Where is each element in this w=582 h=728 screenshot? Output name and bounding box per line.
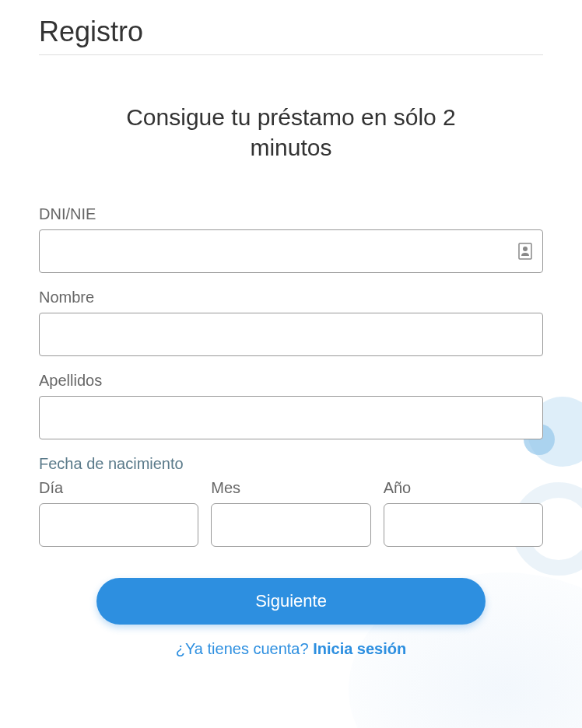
dni-label: DNI/NIE [39,205,543,223]
ano-input[interactable] [384,503,543,547]
apellidos-label: Apellidos [39,372,543,390]
dia-input[interactable] [39,503,198,547]
login-link[interactable]: Inicia sesión [313,640,406,657]
siguiente-button[interactable]: Siguiente [96,578,486,625]
login-prompt: ¿Ya tienes cuenta? Inicia sesión [39,640,543,658]
page-title: Registro [39,16,543,55]
ano-label: Año [384,479,543,497]
dia-label: Día [39,479,198,497]
dni-input[interactable] [39,229,543,273]
page-subtitle: Consigue tu préstamo en sólo 2 minutos [39,102,543,163]
mes-label: Mes [211,479,370,497]
fecha-section-label: Fecha de nacimiento [39,455,543,473]
nombre-label: Nombre [39,289,543,306]
mes-input[interactable] [211,503,370,547]
login-prompt-text: ¿Ya tienes cuenta? [176,640,313,657]
nombre-input[interactable] [39,313,543,356]
apellidos-input[interactable] [39,396,543,439]
